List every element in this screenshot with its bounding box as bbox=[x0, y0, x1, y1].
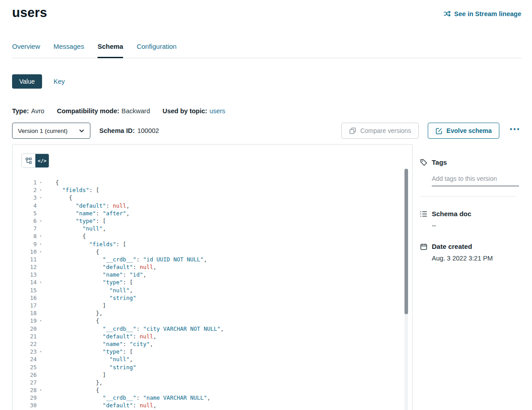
code-line: 13 "name": "id", bbox=[21, 271, 412, 278]
line-number: 18 bbox=[21, 309, 37, 317]
scrollbar-track[interactable] bbox=[404, 169, 408, 410]
code-line: 15 "null", bbox=[21, 286, 412, 294]
code-line: 19▾ { bbox=[21, 317, 412, 325]
code-line: 3▾ { bbox=[21, 194, 412, 201]
line-number: 19 bbox=[21, 317, 37, 325]
code-line: 14▾ "type": [ bbox=[21, 278, 412, 286]
code-text: { bbox=[45, 317, 99, 325]
value-toggle-button[interactable]: Value bbox=[12, 74, 42, 89]
tree-view-icon bbox=[25, 157, 33, 165]
code-line: 24 "null", bbox=[21, 355, 412, 363]
code-text: "string" bbox=[45, 363, 136, 371]
code-text: { bbox=[45, 179, 59, 186]
code-text: "name": "id", bbox=[45, 271, 146, 278]
date-created-section: Date created Aug. 3 2022 3:21 PM bbox=[420, 243, 521, 262]
schema-meta: Type: Avro Compatibility mode: Backward … bbox=[12, 107, 521, 115]
code-text: "name": "city", bbox=[45, 340, 153, 348]
code-line: 18 }, bbox=[21, 309, 412, 317]
tree-view-toggle[interactable] bbox=[22, 154, 35, 167]
code-line: 2▾ "fields": [ bbox=[21, 186, 412, 194]
value-key-toggle: Value Key bbox=[12, 74, 521, 89]
tab-configuration[interactable]: Configuration bbox=[136, 39, 176, 58]
line-number: 13 bbox=[21, 271, 37, 278]
code-line: 26 ] bbox=[21, 371, 412, 379]
scrollbar-thumb[interactable] bbox=[404, 169, 408, 314]
stream-lineage-label: See in Stream lineage bbox=[454, 10, 521, 17]
schema-code: 1▾{2▾ "fields": [3▾ {4 "default": null,5… bbox=[21, 179, 412, 410]
fold-toggle-icon[interactable]: ▾ bbox=[37, 217, 45, 225]
fold-toggle-icon[interactable]: ▾ bbox=[37, 179, 45, 186]
fold-spacer bbox=[37, 294, 45, 302]
code-line: 30 "default": null, bbox=[21, 401, 412, 409]
fold-toggle-icon[interactable]: ▾ bbox=[37, 278, 45, 286]
line-number: 11 bbox=[21, 256, 37, 263]
schema-code-panel: </> 1▾{2▾ "fields": [3▾ {4 "default": nu… bbox=[12, 144, 413, 410]
tab-messages[interactable]: Messages bbox=[54, 39, 84, 58]
evolve-schema-label: Evolve schema bbox=[447, 127, 492, 134]
tab-overview[interactable]: Overview bbox=[12, 39, 40, 58]
code-line: 17 ] bbox=[21, 302, 412, 309]
tag-icon bbox=[420, 158, 427, 166]
line-number: 4 bbox=[21, 202, 37, 209]
fold-spacer bbox=[37, 225, 45, 232]
line-number: 5 bbox=[21, 209, 37, 217]
tags-input[interactable] bbox=[432, 173, 519, 186]
evolve-schema-button[interactable]: Evolve schema bbox=[428, 123, 499, 139]
line-number: 1 bbox=[21, 179, 37, 186]
fold-toggle-icon[interactable]: ▾ bbox=[37, 348, 45, 355]
chevron-down-icon bbox=[78, 127, 85, 135]
fold-toggle-icon[interactable]: ▾ bbox=[37, 248, 45, 256]
code-text: "type": [ bbox=[45, 348, 133, 355]
calendar-icon bbox=[420, 243, 427, 250]
line-number: 16 bbox=[21, 294, 37, 302]
code-line: 25 "string" bbox=[21, 363, 412, 371]
code-text: "fields": [ bbox=[45, 240, 126, 248]
type-label: Type: bbox=[12, 107, 29, 115]
page: users See in Stream lineage Overview Mes… bbox=[0, 0, 532, 410]
line-number: 30 bbox=[21, 401, 37, 409]
line-number: 26 bbox=[21, 371, 37, 379]
date-created-title: Date created bbox=[432, 243, 472, 250]
tags-title: Tags bbox=[432, 158, 447, 166]
code-line: 1▾{ bbox=[21, 179, 412, 186]
code-text: ] bbox=[45, 371, 106, 379]
code-view-toggle[interactable]: </> bbox=[35, 154, 49, 167]
stream-lineage-icon bbox=[443, 10, 451, 17]
fold-toggle-icon[interactable]: ▾ bbox=[37, 386, 45, 394]
code-line: 9▾ "fields": [ bbox=[21, 240, 412, 248]
code-line: 27 }, bbox=[21, 379, 412, 386]
fold-spacer bbox=[37, 379, 45, 386]
tags-section: Tags bbox=[420, 158, 521, 196]
fold-toggle-icon[interactable]: ▾ bbox=[37, 240, 45, 248]
stream-lineage-link[interactable]: See in Stream lineage bbox=[443, 10, 521, 17]
more-menu-button[interactable]: ⋯ bbox=[508, 127, 521, 135]
code-line: 29 "__crdb__": "name VARCHAR NULL", bbox=[21, 394, 412, 401]
compare-versions-button[interactable]: Compare versions bbox=[341, 123, 419, 139]
code-text: { bbox=[45, 386, 99, 394]
fold-spacer bbox=[37, 302, 45, 309]
used-by-topic-label: Used by topic: bbox=[162, 107, 207, 115]
fold-spacer bbox=[37, 256, 45, 263]
line-number: 6 bbox=[21, 217, 37, 225]
topic-link[interactable]: users bbox=[209, 107, 225, 115]
code-text: { bbox=[45, 194, 72, 201]
code-text: "default": null, bbox=[45, 263, 157, 271]
line-number: 9 bbox=[21, 240, 37, 248]
code-text: { bbox=[45, 232, 86, 240]
key-toggle-button[interactable]: Key bbox=[54, 78, 65, 85]
code-text: "type": [ bbox=[45, 217, 106, 225]
code-line: 6▾ "type": [ bbox=[21, 217, 412, 225]
fold-spacer bbox=[37, 309, 45, 317]
fold-toggle-icon[interactable]: ▾ bbox=[37, 317, 45, 325]
tab-schema[interactable]: Schema bbox=[98, 39, 123, 58]
fold-spacer bbox=[37, 401, 45, 409]
fold-toggle-icon[interactable]: ▾ bbox=[37, 194, 45, 201]
code-text: "default": null, bbox=[45, 202, 130, 209]
fold-toggle-icon[interactable]: ▾ bbox=[37, 186, 45, 194]
fold-spacer bbox=[37, 371, 45, 379]
line-number: 3 bbox=[21, 194, 37, 201]
version-select[interactable]: Version 1 (current) bbox=[12, 123, 90, 139]
code-text: "__crdb__": "name VARCHAR NULL", bbox=[45, 394, 210, 401]
code-view-icon: </> bbox=[38, 158, 47, 164]
fold-toggle-icon[interactable]: ▾ bbox=[37, 232, 45, 240]
